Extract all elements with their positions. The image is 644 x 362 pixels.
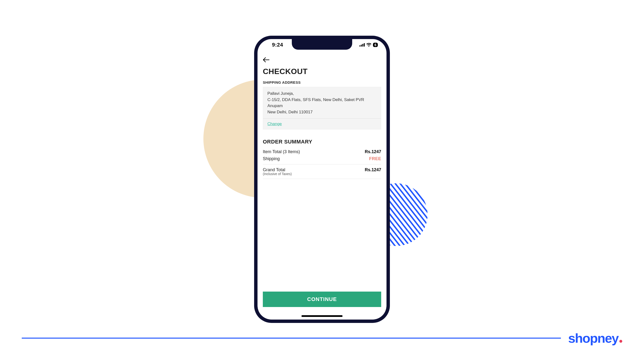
phone-frame: 9:24 6 xyxy=(254,36,390,323)
back-icon[interactable] xyxy=(263,56,270,64)
grand-total-value: Rs.1247 xyxy=(365,167,381,173)
grand-total-label: Grand Total xyxy=(263,167,285,172)
home-indicator xyxy=(302,315,342,317)
page-title: CHECKOUT xyxy=(263,67,381,76)
item-total-label: Item Total (3 Items) xyxy=(263,149,300,154)
shipping-address-card: Pallavi Juneja, C-15/2, DDA Flats, SFS F… xyxy=(263,87,381,130)
divider xyxy=(263,164,381,165)
brand-logo: shopney xyxy=(568,332,622,345)
shipping-address-label: SHIPPING ADDRESS xyxy=(263,80,381,84)
phone-screen: 9:24 6 xyxy=(258,39,386,320)
shipping-value: FREE xyxy=(369,156,381,161)
address-line-1: Pallavi Juneja, xyxy=(268,90,376,97)
brand-name: shopney xyxy=(568,332,618,345)
summary-row-shipping: Shipping FREE xyxy=(263,155,381,162)
address-line-2: C-15/2, DDA Flats, SFS Flats, New Delhi,… xyxy=(268,97,376,109)
summary-row-grand-total: Grand Total (Inclusive of Taxes) Rs.1247 xyxy=(263,167,381,177)
brand-footer: shopney xyxy=(22,332,622,345)
order-summary: ORDER SUMMARY Item Total (3 Items) Rs.12… xyxy=(263,139,381,179)
item-total-value: Rs.1247 xyxy=(365,149,381,154)
divider xyxy=(263,179,381,179)
change-address-link[interactable]: Change xyxy=(268,122,282,126)
grand-total-sub: (Inclusive of Taxes) xyxy=(263,172,292,176)
continue-button[interactable]: CONTINUE xyxy=(263,292,381,307)
brand-underline xyxy=(22,338,561,339)
address-line-3: New Delhi, Delhi 110017 xyxy=(268,109,376,115)
order-summary-title: ORDER SUMMARY xyxy=(263,139,381,145)
shipping-label: Shipping xyxy=(263,156,280,161)
brand-dot-icon xyxy=(619,340,622,343)
summary-row-item-total: Item Total (3 Items) Rs.1247 xyxy=(263,148,381,155)
shipping-address-text: Pallavi Juneja, C-15/2, DDA Flats, SFS F… xyxy=(263,87,381,118)
